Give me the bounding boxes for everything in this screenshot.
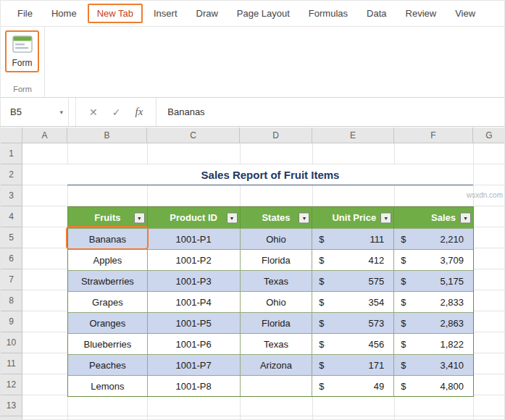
tab-page-layout[interactable]: Page Layout (228, 4, 299, 23)
table-cell[interactable]: Ohio (241, 291, 313, 312)
table-cell[interactable]: Blueberries (68, 333, 148, 354)
column-header-e[interactable]: E (312, 127, 394, 143)
insert-function-icon[interactable]: fx (135, 106, 143, 118)
table-cell[interactable]: Texas (241, 270, 313, 291)
table-cell[interactable]: 1001-P7 (148, 354, 241, 375)
tab-review[interactable]: Review (396, 4, 446, 23)
table-cell[interactable]: Arizona (241, 354, 313, 375)
column-header-d[interactable]: D (240, 127, 312, 143)
form-button[interactable]: Form (5, 30, 39, 72)
table-cell[interactable]: $456 (312, 333, 394, 354)
filter-dropdown-icon[interactable]: ▼ (460, 212, 471, 223)
tab-home[interactable]: Home (42, 4, 86, 23)
table-cell[interactable]: Peaches (68, 354, 148, 375)
table-cell[interactable]: $5,175 (394, 270, 473, 291)
table-cell[interactable]: Ohio (241, 228, 313, 249)
table-cell[interactable]: $2,833 (394, 291, 473, 312)
table-cell[interactable]: 1001-P4 (148, 291, 241, 312)
currency-symbol: $ (319, 234, 324, 245)
table-cell[interactable]: $573 (312, 312, 394, 333)
filter-dropdown-icon[interactable]: ▼ (380, 212, 391, 223)
row-header-8[interactable]: 8 (1, 290, 22, 311)
table-cell[interactable]: 1001-P1 (148, 228, 241, 249)
column-header-a[interactable]: A (22, 127, 67, 143)
table-cell[interactable]: $49 (312, 375, 394, 396)
row-header-13[interactable]: 13 (1, 395, 22, 416)
filter-dropdown-icon[interactable]: ▼ (227, 212, 238, 223)
select-all-corner[interactable] (1, 127, 22, 143)
header-unit-price-label: Unit Price (332, 212, 376, 223)
header-fruits[interactable]: Fruits ▼ (68, 207, 148, 228)
table-cell[interactable]: $171 (312, 354, 394, 375)
tab-data[interactable]: Data (357, 4, 396, 23)
watermark-text: wsxdn.com (467, 191, 503, 199)
header-product-id[interactable]: Product ID ▼ (148, 207, 241, 228)
name-box-value: B5 (10, 106, 22, 117)
sheet-title-cell[interactable]: Sales Report of Fruit Items (67, 164, 473, 185)
column-header-g[interactable]: G (473, 127, 505, 143)
row-header-6[interactable]: 6 (1, 248, 22, 269)
table-cell[interactable]: $2,210 (394, 228, 473, 249)
table-cell[interactable]: Texas (241, 333, 313, 354)
table-cell[interactable]: Apples (68, 249, 148, 270)
row-header-3[interactable]: 3 (1, 185, 22, 206)
table-cell[interactable]: $3,410 (394, 354, 473, 375)
table-cell[interactable]: $412 (312, 249, 394, 270)
table-cell[interactable]: Strawberries (68, 270, 148, 291)
table-cell[interactable] (241, 375, 313, 396)
table-cell[interactable]: Florida (241, 249, 313, 270)
table-cell[interactable]: $4,800 (394, 375, 473, 396)
header-unit-price[interactable]: Unit Price ▼ (312, 207, 394, 228)
table-cell[interactable]: $111 (312, 228, 394, 249)
row-header-11[interactable]: 11 (1, 353, 22, 374)
row-header-10[interactable]: 10 (1, 332, 22, 353)
enter-icon[interactable]: ✓ (112, 106, 121, 118)
name-box[interactable]: B5 ▾ (1, 98, 69, 126)
name-box-dropdown-icon[interactable]: ▾ (59, 109, 63, 116)
table-cell[interactable]: 1001-P6 (148, 333, 241, 354)
tab-insert[interactable]: Insert (144, 4, 187, 23)
currency-symbol: $ (319, 318, 324, 329)
selected-cell-b5[interactable]: Bananas (68, 228, 148, 249)
table-cell[interactable]: 1001-P2 (148, 249, 241, 270)
formula-input[interactable]: Bananas (156, 98, 504, 126)
table-cell[interactable]: $3,709 (394, 249, 473, 270)
cancel-icon[interactable]: ✕ (89, 106, 98, 118)
form-icon (12, 35, 33, 55)
row-header-2[interactable]: 2 (1, 164, 22, 185)
tab-view[interactable]: View (446, 4, 485, 23)
row-header-4[interactable]: 4 (1, 206, 22, 227)
tab-draw[interactable]: Draw (187, 4, 228, 23)
table-cell[interactable]: Oranges (68, 312, 148, 333)
row-header-7[interactable]: 7 (1, 269, 22, 290)
column-header-b[interactable]: B (67, 127, 147, 143)
filter-dropdown-icon[interactable]: ▼ (134, 212, 145, 223)
header-sales[interactable]: Sales ▼ (394, 207, 473, 228)
table-cell[interactable]: 1001-P8 (148, 375, 241, 396)
header-sales-label: Sales (431, 212, 456, 223)
row-header-partial (1, 416, 22, 420)
table-cell[interactable]: Lemons (68, 375, 148, 396)
table-cell[interactable]: $2,863 (394, 312, 473, 333)
column-header-f[interactable]: F (394, 127, 473, 143)
table-cell[interactable]: $354 (312, 291, 394, 312)
table-cell[interactable]: Grapes (68, 291, 148, 312)
tab-file[interactable]: File (8, 4, 42, 23)
header-states-label: States (262, 212, 290, 223)
currency-symbol: $ (319, 381, 324, 392)
column-header-c[interactable]: C (147, 127, 240, 143)
row-header-12[interactable]: 12 (1, 374, 22, 395)
row-header-1[interactable]: 1 (1, 143, 22, 164)
table-cell[interactable]: 1001-P5 (148, 312, 241, 333)
filter-dropdown-icon[interactable]: ▼ (299, 212, 309, 223)
table-cell[interactable]: $1,822 (394, 333, 473, 354)
row-header-5[interactable]: 5 (1, 227, 22, 248)
table-cell[interactable]: 1001-P3 (148, 270, 241, 291)
header-states[interactable]: States ▼ (241, 207, 313, 228)
currency-symbol: $ (401, 255, 406, 266)
table-cell[interactable]: $575 (312, 270, 394, 291)
row-header-9[interactable]: 9 (1, 311, 22, 332)
table-cell[interactable]: Florida (241, 312, 313, 333)
tab-new-tab[interactable]: New Tab (88, 4, 143, 23)
tab-formulas[interactable]: Formulas (299, 4, 357, 23)
